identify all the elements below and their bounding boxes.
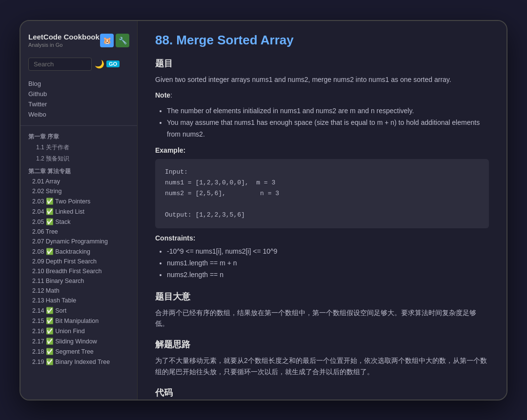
section-header-ch1: 第一章 序章 (20, 130, 137, 142)
sidebar-sections: 第一章 序章 1.1 关于作者 1.2 预备知识 第二章 算法专题 2.01 A… (20, 130, 137, 367)
section-header-ch2: 第二章 算法专题 (20, 164, 137, 177)
search-container: 🌙 GO (20, 54, 137, 77)
problem-section-title: 题目 (155, 58, 489, 69)
note-list: The number of elements initialized in nu… (155, 105, 489, 140)
search-icons: 🌙 GO (95, 60, 120, 69)
sidebar-item-2-17[interactable]: 2.17 ✅ Sliding Window (20, 336, 137, 346)
sidebar-item-2-11[interactable]: 2.11 Binary Search (20, 276, 137, 286)
problem-description: Given two sorted integer arrays nums1 an… (155, 74, 489, 85)
moon-icon: 🌙 (95, 60, 104, 69)
go-icon: 🔧 (116, 34, 129, 47)
sidebar-item-2-03[interactable]: 2.03 ✅ Two Pointers (20, 196, 137, 206)
sidebar-item-2-04[interactable]: 2.04 ✅ Linked List (20, 206, 137, 217)
sidebar: LeetCode Cookbook Analysis in Go 🐹 🔧 🌙 G… (20, 21, 138, 400)
nav-weibo[interactable]: Weibo (28, 109, 129, 120)
tablet-frame: LeetCode Cookbook Analysis in Go 🐹 🔧 🌙 G… (20, 20, 507, 400)
note-label: Note (155, 91, 170, 99)
sidebar-item-2-02[interactable]: 2.02 String (20, 186, 137, 196)
note-item-2: You may assume that nums1 has enough spa… (167, 117, 489, 140)
example-code-block: Input: nums1 = [1,2,3,0,0,0], m = 3 nums… (155, 159, 489, 228)
gopher-icon: 🐹 (100, 34, 114, 47)
sidebar-item-2-14[interactable]: 2.14 ✅ Sort (20, 305, 137, 316)
constraint-item-1: -10^9 <= nums1[i], nums2[i] <= 10^9 (167, 246, 489, 258)
logo-icons: 🐹 🔧 (100, 34, 129, 47)
sidebar-item-2-05[interactable]: 2.05 ✅ Stack (20, 217, 137, 227)
summary-text: 合并两个已经有序的数组，结果放在第一个数组中，第一个数组假设空间足够大。要求算法… (155, 307, 489, 329)
constraint-item-3: nums2.length == n (167, 269, 489, 281)
sidebar-item-2-16[interactable]: 2.16 ✅ Union Find (20, 326, 137, 336)
sidebar-item-2-18[interactable]: 2.18 ✅ Segment Tree (20, 346, 137, 357)
page-title: 88. Merge Sorted Array (155, 33, 489, 48)
search-input[interactable] (28, 58, 92, 71)
sidebar-item-2-19[interactable]: 2.19 ✅ Binary Indexed Tree (20, 357, 137, 367)
note-item-1: The number of elements initialized in nu… (167, 105, 489, 117)
sidebar-item-2-07[interactable]: 2.07 Dynamic Programming (20, 237, 137, 246)
example-code-content: Input: nums1 = [1,2,3,0,0,0], m = 3 nums… (165, 167, 479, 220)
sidebar-item-2-01[interactable]: 2.01 Array (20, 177, 137, 186)
sidebar-item-2-09[interactable]: 2.09 Depth First Search (20, 257, 137, 266)
sidebar-logo: LeetCode Cookbook Analysis in Go 🐹 🔧 (20, 29, 137, 54)
example-label: Example: (155, 146, 489, 154)
constraints-list: -10^9 <= nums1[i], nums2[i] <= 10^9 nums… (155, 246, 489, 280)
approach-section-title: 解题思路 (155, 339, 489, 350)
sidebar-item-2-13[interactable]: 2.13 Hash Table (20, 296, 137, 305)
main-content: 88. Merge Sorted Array 题目 Given two sort… (138, 21, 507, 400)
nav-blog[interactable]: Blog (28, 79, 129, 89)
sidebar-item-2-08[interactable]: 2.08 ✅ Backtracking (20, 246, 137, 257)
constraints-label: Constraints: (155, 234, 489, 242)
app-layout: LeetCode Cookbook Analysis in Go 🐹 🔧 🌙 G… (20, 21, 507, 400)
go-lang-badge: GO (106, 60, 120, 67)
sidebar-item-2-06[interactable]: 2.06 Tree (20, 227, 137, 237)
app-subtitle: Analysis in Go (28, 42, 100, 48)
approach-text: 为了不大量移动元素，就要从2个数组长度之和的最后一个位置开始，依次选取两个数组中… (155, 355, 489, 377)
code-section-title: 代码 (155, 387, 489, 399)
note-paragraph: Note: (155, 90, 489, 100)
sidebar-item-2-12[interactable]: 2.12 Math (20, 286, 137, 296)
sidebar-item-2-15[interactable]: 2.15 ✅ Bit Manipulation (20, 316, 137, 326)
constraint-item-2: nums1.length == m + n (167, 258, 489, 269)
sidebar-item-1-1[interactable]: 1.1 关于作者 (20, 142, 137, 153)
sidebar-item-2-10[interactable]: 2.10 Breadth First Search (20, 266, 137, 276)
nav-github[interactable]: Github (28, 89, 129, 99)
app-title: LeetCode Cookbook (28, 33, 100, 41)
sidebar-item-1-2[interactable]: 1.2 预备知识 (20, 153, 137, 164)
nav-twitter[interactable]: Twitter (28, 99, 129, 109)
nav-links: Blog Github Twitter Weibo (20, 77, 137, 126)
summary-section-title: 题目大意 (155, 291, 489, 302)
